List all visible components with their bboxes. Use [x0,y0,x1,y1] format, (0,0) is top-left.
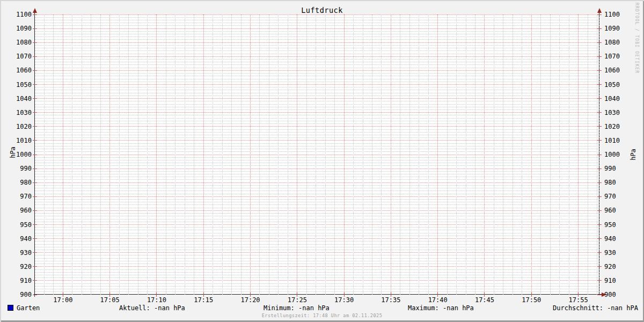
grid-line-minor-horizontal [35,179,599,180]
y-axis-tick-label-left: 1100 [8,11,32,18]
grid-line-minor-horizontal [35,149,599,149]
y-axis-tick-label-left: 1030 [8,109,32,116]
y-axis-tick-left [33,169,37,169]
y-axis-tick-left [33,252,37,253]
grid-line-minor-horizontal [35,82,599,82]
x-axis-tick-label: 17:05 [94,296,126,304]
grid-line-minor-horizontal [35,188,599,188]
grid-line-major-horizontal [35,112,599,113]
y-axis-tick-label-left: 920 [8,263,32,270]
grid-line-minor-horizontal [35,275,599,275]
y-axis-tick-right [597,56,602,57]
y-axis-tick-right [597,84,602,85]
grid-line-minor-horizontal [35,204,599,205]
grid-line-minor-horizontal [35,199,599,200]
y-axis-tick-label-right: 1100 [604,11,628,18]
grid-line-minor-horizontal [35,17,599,18]
grid-line-minor-horizontal [35,123,599,124]
grid-line-minor-vertical [185,14,185,295]
y-axis-tick-label-left: 1040 [8,95,32,103]
grid-line-minor-horizontal [35,25,599,26]
grid-line-minor-vertical [428,14,429,295]
grid-line-minor-horizontal [35,118,599,119]
y-axis-tick-left [33,210,37,211]
grid-line-minor-horizontal [35,39,599,40]
grid-line-minor-horizontal [35,230,599,230]
grid-line-minor-horizontal [35,160,599,160]
x-axis-tick-label: 17:25 [281,296,313,304]
grid-line-minor-horizontal [35,258,599,259]
grid-line-major-horizontal [35,140,599,141]
grid-line-minor-vertical [194,14,194,295]
grid-line-minor-horizontal [35,45,599,46]
grid-line-minor-vertical [175,14,175,295]
grid-line-major-horizontal [35,42,599,43]
grid-line-major-vertical [437,14,438,295]
grid-line-major-horizontal [35,28,599,29]
y-axis-tick-left [33,70,37,71]
y-axis-tick-right [597,224,602,225]
grid-line-minor-horizontal [35,121,599,121]
y-axis-tick-left [33,56,37,57]
rrdtool-watermark: RRDTOOL / TOBI OETIKER [634,3,639,74]
grid-line-major-vertical [203,14,204,295]
grid-line-minor-vertical [72,14,72,295]
y-axis-tick-label-right: 950 [604,221,628,229]
y-axis-tick-label-right: 970 [604,193,628,200]
grid-line-minor-horizontal [35,20,599,20]
grid-line-minor-vertical [363,14,363,295]
y-axis-tick-right [597,42,602,43]
grid-line-minor-horizontal [35,137,599,138]
grid-line-minor-vertical [82,14,82,295]
y-axis-tick-label-left: 1080 [8,39,32,46]
x-axis-tick-label: 17:00 [47,296,79,304]
legend-stat-minimum: Minimum: -nan hPa [264,304,330,312]
y-axis-arrow-left-icon [33,8,37,13]
x-axis-tick-label: 17:10 [141,296,173,304]
grid-line-minor-vertical [325,14,326,295]
y-axis-tick-left [33,295,37,295]
x-axis-tick-label: 17:55 [562,296,595,304]
grid-line-minor-horizontal [35,48,599,48]
grid-line-minor-vertical [494,14,494,295]
grid-line-major-horizontal [35,224,599,225]
grid-line-minor-horizontal [35,286,599,287]
y-axis-unit-right: hPa [630,149,637,160]
grid-line-minor-horizontal [35,31,599,32]
grid-line-major-horizontal [35,169,599,169]
grid-line-major-horizontal [35,70,599,71]
grid-line-minor-horizontal [35,132,599,133]
y-axis-tick-label-left: 990 [8,165,32,172]
grid-line-minor-vertical [334,14,335,295]
grid-line-minor-horizontal [35,73,599,74]
grid-line-minor-horizontal [35,202,599,202]
y-axis-tick-label-left: 1070 [8,53,32,60]
grid-line-minor-horizontal [35,101,599,101]
grid-line-major-vertical [297,14,297,295]
grid-line-minor-horizontal [35,90,599,90]
grid-line-minor-vertical [475,14,475,295]
grid-line-minor-horizontal [35,244,599,245]
y-axis-tick-label-right: 1030 [604,109,628,116]
y-axis-tick-label-right: 1090 [604,25,628,32]
grid-line-minor-vertical [222,14,223,295]
grid-line-minor-horizontal [35,241,599,241]
y-axis-tick-label-left: 950 [8,221,32,229]
grid-line-major-vertical [109,14,110,295]
grid-line-minor-horizontal [35,64,599,65]
y-axis-tick-right [597,169,602,169]
grid-line-minor-vertical [278,14,279,295]
y-axis-tick-right [597,238,602,239]
rrdtool-graph: Luftdruck RRDTOOL / TOBI OETIKER hPa hPa… [0,0,644,322]
y-axis-tick-left [33,84,37,85]
y-axis-tick-right [597,155,602,155]
grid-line-minor-vertical [372,14,372,295]
grid-line-minor-vertical [513,14,513,295]
y-axis-tick-label-right: 910 [604,277,628,284]
x-axis-tick-label: 17:35 [375,296,407,304]
grid-line-minor-vertical [128,14,129,295]
grid-line-minor-horizontal [35,208,599,208]
grid-line-minor-horizontal [35,261,599,261]
grid-line-major-horizontal [35,252,599,253]
grid-line-minor-vertical [166,14,166,295]
